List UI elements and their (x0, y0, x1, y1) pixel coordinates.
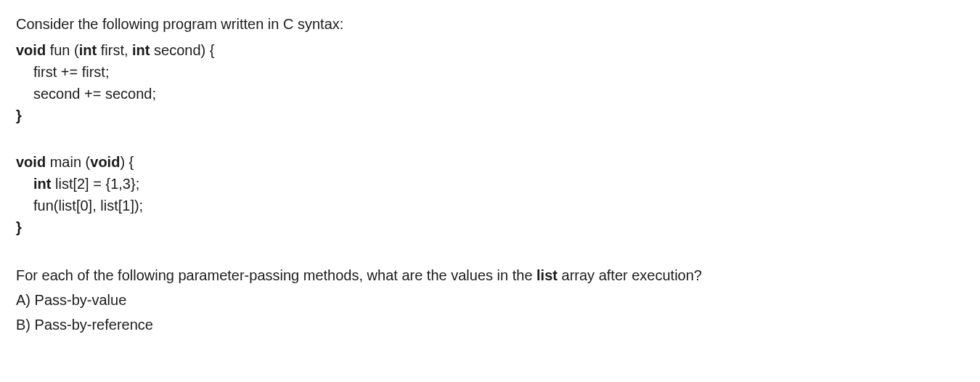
keyword-void: void (90, 154, 120, 170)
keyword-int: int (132, 42, 150, 58)
code-text: main ( (50, 154, 91, 170)
keyword-int: int (79, 42, 97, 58)
fun-close-brace: } (16, 105, 964, 126)
keyword-int: int (33, 176, 51, 192)
question-suffix: array after execution? (558, 267, 702, 283)
main-body-line: fun(list[0], list[1]); (16, 195, 964, 216)
fun-body-line: first += first; (16, 61, 964, 83)
main-signature: void main (void) { (16, 151, 964, 173)
code-block-main: void main (void) { int list[2] = {1,3}; … (16, 151, 964, 238)
keyword-void: void (16, 42, 46, 58)
question-text: For each of the following parameter-pass… (16, 264, 964, 286)
fun-signature: void fun (int first, int second) { (16, 39, 964, 61)
option-b: B) Pass-by-reference (16, 314, 964, 336)
code-block-fun: void fun (int first, int second) { first… (16, 39, 964, 126)
code-text: ) { (120, 154, 134, 170)
fun-body-line: second += second; (16, 83, 964, 105)
question-prefix: For each of the following parameter-pass… (16, 267, 536, 283)
code-text: fun ( (50, 42, 79, 58)
question-bold: list (536, 267, 558, 283)
code-text: first, (101, 42, 132, 58)
code-text: list[2] = {1,3}; (55, 176, 139, 192)
code-text: second) { (154, 42, 214, 58)
main-body-line: int list[2] = {1,3}; (16, 173, 964, 195)
option-a: A) Pass-by-value (16, 289, 964, 311)
keyword-void: void (16, 154, 46, 170)
main-close-brace: } (16, 216, 964, 238)
intro-text: Consider the following program written i… (16, 13, 964, 35)
